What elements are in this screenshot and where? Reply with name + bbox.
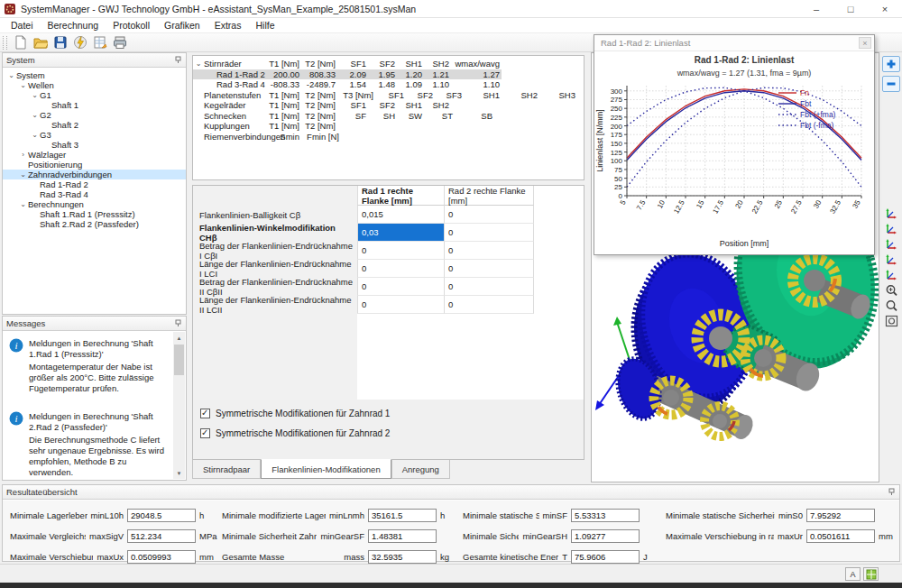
scroll-down-icon[interactable]: ▼ — [173, 467, 185, 479]
modification-value-cell[interactable]: 0 — [357, 242, 444, 260]
view-iso-icon[interactable] — [882, 206, 900, 222]
minimize-button[interactable]: – — [799, 0, 833, 17]
modification-value-cell[interactable]: 0 — [444, 224, 534, 242]
view-xy-icon[interactable] — [882, 221, 900, 237]
close-button[interactable]: × — [868, 0, 902, 17]
zoom-region-icon[interactable] — [882, 313, 900, 329]
result-value-minSF[interactable] — [571, 509, 640, 522]
tree-item-shaft-1-rad-1-presssitz-[interactable]: Shaft 1.Rad 1 (Presssitz) — [3, 209, 186, 219]
tree-item-positionierung[interactable]: Positionierung — [3, 160, 186, 170]
result-value-minL10h[interactable] — [127, 509, 196, 522]
modification-value-cell[interactable]: 0 — [444, 278, 534, 296]
toolbar-grip[interactable] — [3, 36, 7, 50]
overview-group-kegelr-der[interactable]: KegelräderT1 [Nm]T2 [Nm]SF1SF2SH1SH2 — [193, 100, 451, 111]
modification-value-cell[interactable]: 0 — [444, 296, 534, 314]
symmetric-modifications-checkbox[interactable]: Symmetrische Modifikationen für Zahnrad … — [200, 426, 584, 440]
calculate-button[interactable] — [70, 34, 90, 51]
tree-item-shaft-1[interactable]: Shaft 1 — [3, 100, 186, 110]
view-xz-icon[interactable] — [882, 236, 900, 253]
tree-item-wellen[interactable]: ⌄Wellen — [3, 80, 186, 90]
result-value-minS0[interactable] — [806, 509, 875, 522]
chevron-down-icon[interactable]: ⌄ — [30, 130, 40, 140]
chart-window-titlebar[interactable]: Rad 1-Rad 2: Linienlast × — [594, 35, 874, 51]
overview-group-kupplungen[interactable]: KupplungenT1 [Nm]T2 [Nm] — [193, 121, 337, 132]
chevron-down-icon[interactable]: ⌄ — [30, 90, 40, 100]
overview-group-stirnr-der[interactable]: ⌄StirnräderT1 [Nm]T2 [Nm]SF1SF2SH1SH2wma… — [193, 59, 502, 69]
modification-value-cell[interactable]: 0 — [444, 242, 534, 260]
checkbox-checked-icon[interactable] — [200, 428, 210, 438]
print-button[interactable] — [110, 34, 130, 51]
chevron-down-icon[interactable]: ⌄ — [30, 110, 40, 120]
result-value-maxUr[interactable] — [806, 529, 875, 543]
overview-group-riemenverbindungen[interactable]: RiemenverbindungenSminFmin [N] — [193, 132, 341, 142]
tree-item-berechnungen[interactable]: ⌄Berechnungen — [3, 199, 186, 209]
modification-value-cell[interactable]: 0 — [357, 278, 444, 296]
view-zx-icon[interactable] — [882, 252, 900, 268]
tree-item-g2[interactable]: ⌄G2 — [3, 110, 186, 120]
tree-item-system[interactable]: ⌄System — [3, 70, 186, 80]
tree-item-shaft-2-rad-2-passfeder-[interactable]: Shaft 2.Rad 2 (Passfeder) — [3, 219, 186, 229]
result-value-minGearSH[interactable] — [571, 529, 640, 543]
tree-item-rad-3-rad-4[interactable]: Rad 3-Rad 4 — [3, 189, 186, 199]
tree-item-rad-1-rad-2[interactable]: Rad 1-Rad 2 — [3, 179, 186, 189]
zoom-out-button[interactable] — [882, 76, 900, 92]
tab-flankenlinien-modifikationen[interactable]: Flankenlinien-Modifikationen — [261, 459, 391, 479]
modification-value-cell[interactable]: 0,03 — [357, 224, 444, 242]
report-button[interactable] — [90, 34, 110, 51]
overview-row-rad-1-rad-2[interactable]: Rad 1-Rad 2200.00808.332.091.951.201.211… — [193, 69, 502, 80]
pin-icon[interactable] — [888, 488, 896, 496]
open-folder-button[interactable] — [31, 34, 51, 51]
magnify-icon[interactable] — [882, 298, 900, 314]
chevron-down-icon[interactable]: ⌄ — [18, 170, 28, 179]
tree-item-shaft-2[interactable]: Shaft 2 — [3, 120, 186, 130]
modification-value-cell[interactable]: 0 — [357, 296, 444, 314]
save-button[interactable] — [51, 34, 70, 51]
result-value-minLnmh[interactable] — [368, 509, 437, 522]
scroll-up-icon[interactable]: ▲ — [173, 332, 185, 344]
chevron-right-icon[interactable]: › — [18, 150, 28, 160]
menu-item-grafiken[interactable]: Grafiken — [157, 19, 207, 32]
modification-value-cell[interactable]: 0,015 — [357, 206, 444, 224]
menu-item-extras[interactable]: Extras — [207, 19, 249, 32]
text-mode-button[interactable]: A — [845, 567, 861, 581]
view-yx-icon[interactable] — [882, 267, 900, 283]
menu-item-protokoll[interactable]: Protokoll — [106, 19, 157, 32]
tab-stirnradpaar[interactable]: Stirnradpaar — [192, 460, 261, 479]
modification-value-cell[interactable]: 0 — [444, 260, 534, 278]
tab-anregung[interactable]: Anregung — [391, 460, 450, 479]
overview-group-schnecken[interactable]: SchneckenT1 [Nm]T2 [Nm]SFSHSWSTSB — [193, 111, 494, 122]
scrollbar-thumb[interactable] — [174, 345, 184, 375]
checkbox-checked-icon[interactable] — [200, 409, 210, 418]
modification-value-cell[interactable]: 0 — [357, 260, 444, 278]
magnify-plus-icon[interactable] — [882, 282, 900, 299]
result-value-maxSigV[interactable] — [127, 529, 196, 543]
result-value-minGearSF[interactable] — [368, 529, 437, 543]
result-value-maxUx[interactable] — [127, 550, 196, 564]
tree-item-g3[interactable]: ⌄G3 — [3, 130, 186, 140]
result-value-T[interactable] — [571, 550, 640, 564]
tree-item-zahnradverbindungen[interactable]: ⌄Zahnradverbindungen — [3, 170, 186, 179]
menu-item-datei[interactable]: Datei — [4, 19, 41, 32]
chevron-down-icon[interactable]: ⌄ — [193, 60, 204, 68]
chevron-down-icon[interactable]: ⌄ — [6, 70, 16, 80]
zoom-in-button[interactable] — [882, 56, 900, 72]
new-file-button[interactable] — [11, 34, 31, 51]
pin-icon[interactable] — [174, 319, 182, 327]
tree-item-shaft-3[interactable]: Shaft 3 — [3, 140, 186, 150]
overview-row-rad-3-rad-4[interactable]: Rad 3-Rad 4-808.33-2489.71.541.481.091.1… — [193, 79, 502, 90]
chart-close-icon[interactable]: × — [859, 37, 871, 49]
modification-value-cell[interactable]: 0 — [444, 206, 534, 224]
maximize-button[interactable]: □ — [833, 0, 868, 17]
chevron-down-icon[interactable]: ⌄ — [18, 199, 28, 209]
symmetric-modifications-checkbox[interactable]: Symmetrische Modifikationen für Zahnrad … — [200, 406, 584, 420]
tree-item-g1[interactable]: ⌄G1 — [3, 90, 186, 100]
tree-item-w-lzlager[interactable]: ›Wälzlager — [3, 150, 186, 160]
pin-icon[interactable] — [174, 56, 182, 64]
export-image-button[interactable] — [863, 567, 879, 581]
messages-scrollbar[interactable]: ▲ ▼ — [173, 332, 185, 479]
result-value-mass[interactable] — [368, 550, 437, 564]
menu-item-berechnung[interactable]: Berechnung — [41, 19, 106, 32]
menu-item-hilfe[interactable]: Hilfe — [248, 19, 281, 32]
overview-group-planetenstufen[interactable]: PlanetenstufenT1 [Nm]T2 [Nm]T3 [Nm]SF1SF… — [193, 90, 577, 101]
chevron-down-icon[interactable]: ⌄ — [18, 80, 28, 90]
